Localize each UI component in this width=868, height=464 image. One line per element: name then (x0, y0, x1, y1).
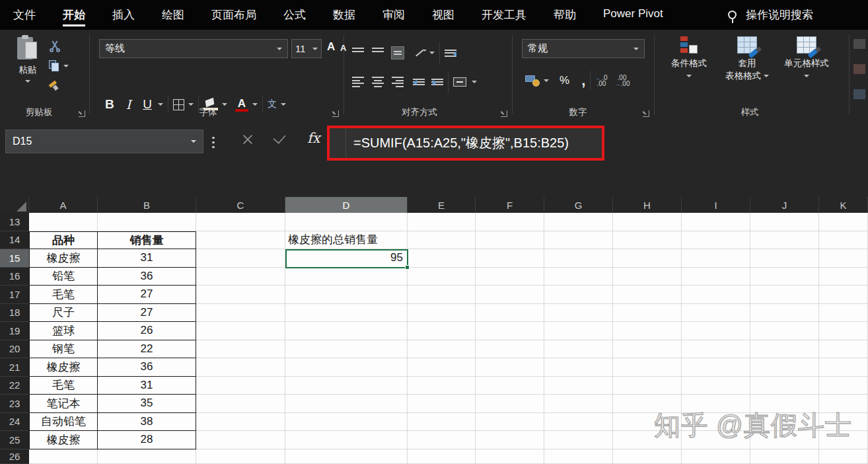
increase-indent-icon[interactable] (431, 77, 443, 87)
column-header-F[interactable]: F (476, 197, 544, 213)
cell-F21[interactable] (476, 358, 544, 377)
format-as-table-button[interactable]: 套用 表格格式 (719, 36, 776, 82)
format-painter-button[interactable] (49, 76, 79, 96)
cell-B17[interactable]: 27 (98, 286, 196, 304)
conditional-formatting-button[interactable]: 条件格式 (661, 36, 717, 82)
paste-button[interactable]: 粘贴 (9, 35, 46, 86)
cell-J18[interactable] (750, 304, 819, 323)
italic-button[interactable]: I (120, 97, 137, 112)
cell-K15[interactable] (819, 249, 868, 268)
menu-tab-公式[interactable]: 公式 (282, 1, 307, 29)
cell-B14[interactable]: 销售量 (98, 231, 196, 250)
cell-E15[interactable] (408, 249, 476, 268)
cell-B26[interactable] (98, 449, 196, 464)
cell-J22[interactable] (750, 377, 819, 395)
cell-F26[interactable] (476, 449, 544, 464)
cell-D14[interactable]: 橡皮擦的总销售量 (285, 231, 408, 250)
cell-I17[interactable] (682, 286, 750, 304)
cell-I14[interactable] (682, 231, 750, 250)
grow-font-button[interactable]: A (327, 40, 335, 54)
cell-K22[interactable] (819, 377, 868, 395)
cell-C22[interactable] (196, 377, 285, 395)
cell-H16[interactable] (613, 268, 682, 286)
merge-center-icon[interactable] (453, 77, 466, 87)
cell-I19[interactable] (682, 322, 750, 340)
phonetic-caret[interactable] (281, 103, 286, 106)
cell-J21[interactable] (750, 358, 819, 377)
cell-G15[interactable] (544, 249, 613, 268)
cell-E22[interactable] (408, 377, 476, 395)
cell-B18[interactable]: 27 (98, 304, 196, 323)
cell-K26[interactable] (819, 449, 868, 464)
decrease-indent-icon[interactable] (413, 77, 425, 87)
increase-decimal-icon[interactable]: ←.0.00 (595, 75, 607, 87)
cell-C25[interactable] (196, 431, 285, 449)
cell-A26[interactable] (29, 449, 98, 464)
cell-G19[interactable] (544, 322, 613, 340)
cell-J19[interactable] (750, 322, 819, 340)
cell-A23[interactable]: 笔记本 (29, 395, 98, 413)
cell-F13[interactable] (476, 213, 544, 231)
cell-K13[interactable] (819, 213, 868, 231)
cell-E16[interactable] (408, 268, 476, 286)
cell-I21[interactable] (682, 358, 750, 377)
cell-D22[interactable] (285, 377, 408, 395)
column-header-D[interactable]: D (285, 197, 408, 213)
cell-D16[interactable] (285, 268, 408, 286)
cell-A14[interactable]: 品种 (29, 231, 98, 250)
column-header-H[interactable]: H (613, 197, 682, 213)
number-format-select[interactable]: 常规 (522, 39, 645, 58)
row-header-19[interactable]: 19 (0, 322, 29, 340)
cell-C23[interactable] (196, 395, 285, 413)
delete-cells-icon-partial[interactable] (853, 64, 865, 74)
cell-H22[interactable] (613, 377, 682, 395)
name-box[interactable]: D15 (5, 130, 203, 153)
menu-tab-数据[interactable]: 数据 (332, 1, 357, 29)
cell-F25[interactable] (476, 431, 544, 449)
cell-B21[interactable]: 36 (98, 358, 196, 377)
column-header-E[interactable]: E (408, 197, 476, 213)
menu-tab-页面布局[interactable]: 页面布局 (210, 1, 258, 29)
cell-I20[interactable] (682, 340, 750, 359)
cell-B20[interactable]: 22 (98, 340, 196, 359)
cell-B15[interactable]: 31 (98, 249, 196, 268)
cell-A18[interactable]: 尺子 (29, 304, 98, 323)
cell-C16[interactable] (196, 268, 285, 286)
cell-E25[interactable] (408, 431, 476, 449)
insert-cells-icon-partial[interactable] (853, 39, 865, 49)
row-header-20[interactable]: 20 (0, 340, 29, 359)
cell-J17[interactable] (750, 286, 819, 304)
wrap-text-icon[interactable] (445, 48, 456, 58)
cell-F20[interactable] (476, 340, 544, 359)
column-header-J[interactable]: J (750, 197, 819, 213)
align-top-icon[interactable] (352, 46, 364, 60)
cell-J14[interactable] (750, 231, 819, 250)
cell-D21[interactable] (285, 358, 408, 377)
cell-B13[interactable] (98, 213, 196, 231)
cell-F23[interactable] (476, 395, 544, 413)
cell-I16[interactable] (682, 268, 750, 286)
cell-C18[interactable] (196, 304, 285, 323)
align-middle-icon[interactable] (372, 46, 384, 60)
alignment-dialog-launcher[interactable] (501, 110, 507, 117)
cell-K18[interactable] (819, 304, 868, 323)
cell-D24[interactable] (285, 413, 408, 432)
cell-C26[interactable] (196, 449, 285, 464)
row-header-14[interactable]: 14 (0, 231, 29, 250)
format-cells-icon-partial[interactable] (853, 89, 865, 99)
cell-A15[interactable]: 橡皮擦 (29, 249, 98, 268)
cell-E18[interactable] (408, 304, 476, 323)
cell-J26[interactable] (750, 449, 819, 464)
cell-B16[interactable]: 36 (98, 268, 196, 286)
cell-J20[interactable] (750, 340, 819, 359)
cell-B24[interactable]: 38 (98, 413, 196, 432)
number-dialog-launcher[interactable] (643, 110, 649, 117)
cell-D18[interactable] (285, 304, 408, 323)
cell-K16[interactable] (819, 268, 868, 286)
cell-H20[interactable] (613, 340, 682, 359)
cell-D15[interactable]: 95 (285, 249, 408, 268)
cell-H15[interactable] (613, 249, 682, 268)
cell-styles-button[interactable]: 单元格样式 (778, 36, 835, 82)
cut-button[interactable] (49, 36, 79, 56)
decrease-decimal-icon[interactable]: .00→.00 (614, 75, 630, 87)
